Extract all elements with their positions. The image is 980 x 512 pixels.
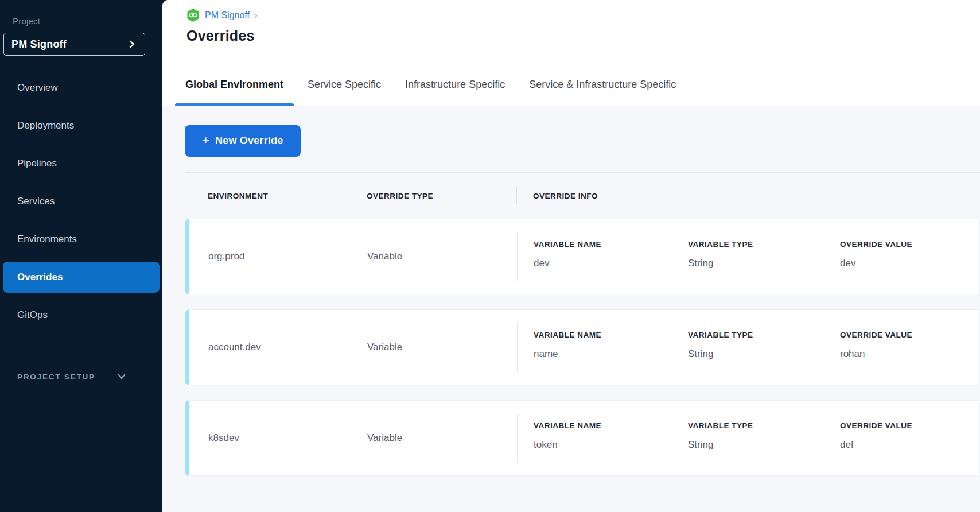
- override-value-value: rohan: [840, 348, 966, 360]
- tab-infrastructure-specific[interactable]: Infrastructure Specific: [395, 63, 515, 106]
- variable-name-value: token: [534, 439, 688, 451]
- sidebar-item-label: Services: [17, 196, 55, 207]
- overrides-list-panel: + New Override ENVIRONMENT OVERRIDE TYPE…: [162, 106, 980, 512]
- row-environment: org.prod: [208, 251, 367, 262]
- column-header-override-info: OVERRIDE INFO: [533, 192, 598, 200]
- override-value-col: OVERRIDE VALUE def: [840, 414, 966, 451]
- row-override-info: VARIABLE NAME name VARIABLE TYPE String …: [517, 323, 966, 371]
- main-content: PM Signoff › Overrides Global Environmen…: [162, 0, 980, 512]
- row-accent-bar: [185, 219, 189, 294]
- project-sidebar: Project PM Signoff Overview Deployments …: [0, 0, 162, 512]
- tab-label: Infrastructure Specific: [405, 79, 505, 91]
- sidebar-divider: [16, 352, 139, 352]
- sidebar-item-environments[interactable]: Environments: [3, 224, 160, 255]
- sidebar-item-label: Overrides: [17, 271, 63, 283]
- override-value-label: OVERRIDE VALUE: [840, 421, 966, 430]
- project-nav: Overview Deployments Pipelines Services …: [0, 72, 162, 331]
- variable-type-col: VARIABLE TYPE String: [688, 323, 840, 360]
- breadcrumb-project-link[interactable]: PM Signoff: [205, 10, 250, 21]
- tab-global-environment[interactable]: Global Environment: [175, 63, 294, 106]
- variable-name-col: VARIABLE NAME token: [534, 414, 688, 451]
- row-override-type: Variable: [367, 432, 517, 444]
- variable-type-value: String: [688, 258, 840, 269]
- column-header-override-type: OVERRIDE TYPE: [367, 192, 516, 200]
- column-header-environment: ENVIRONMENT: [208, 192, 367, 200]
- new-override-button[interactable]: + New Override: [185, 125, 301, 157]
- tab-service-infrastructure-specific[interactable]: Service & Infrastructure Specific: [519, 63, 686, 106]
- sidebar-item-overrides[interactable]: Overrides: [3, 262, 160, 293]
- project-setup-toggle[interactable]: PROJECT SETUP: [17, 371, 162, 382]
- breadcrumb-separator-icon: ›: [254, 10, 258, 20]
- sidebar-item-pipelines[interactable]: Pipelines: [3, 148, 160, 179]
- tab-service-specific[interactable]: Service Specific: [297, 63, 391, 106]
- new-override-button-label: New Override: [215, 135, 283, 147]
- variable-type-label: VARIABLE TYPE: [688, 240, 840, 249]
- row-override-type: Variable: [367, 251, 517, 262]
- override-row[interactable]: account.dev Variable VARIABLE NAME name …: [185, 309, 980, 385]
- row-accent-bar: [185, 310, 189, 385]
- tab-label: Global Environment: [185, 79, 283, 91]
- variable-name-col: VARIABLE NAME name: [534, 323, 688, 360]
- row-override-info: VARIABLE NAME dev VARIABLE TYPE String O…: [517, 232, 966, 281]
- row-override-info: VARIABLE NAME token VARIABLE TYPE String…: [517, 414, 966, 462]
- page-header: PM Signoff › Overrides: [162, 0, 980, 63]
- override-scope-tabs: Global Environment Service Specific Infr…: [162, 63, 980, 106]
- variable-type-label: VARIABLE TYPE: [688, 421, 840, 430]
- row-environment: k8sdev: [208, 432, 367, 444]
- variable-type-value: String: [688, 348, 840, 360]
- sidebar-item-label: GitOps: [17, 309, 48, 321]
- variable-name-label: VARIABLE NAME: [534, 240, 688, 249]
- tab-label: Service Specific: [308, 79, 381, 91]
- project-scope-label: Project: [13, 16, 162, 26]
- row-environment: account.dev: [208, 342, 367, 353]
- override-value-col: OVERRIDE VALUE dev: [840, 232, 966, 269]
- variable-type-col: VARIABLE TYPE String: [688, 232, 840, 269]
- variable-name-value: name: [534, 348, 688, 360]
- sidebar-item-label: Environments: [17, 234, 77, 245]
- variable-name-value: dev: [534, 258, 688, 269]
- sidebar-item-label: Overview: [17, 82, 58, 94]
- override-row[interactable]: k8sdev Variable VARIABLE NAME token VARI…: [185, 400, 980, 476]
- variable-type-value: String: [688, 439, 840, 451]
- override-value-value: dev: [840, 258, 966, 269]
- sidebar-item-overview[interactable]: Overview: [3, 72, 160, 103]
- override-value-label: OVERRIDE VALUE: [840, 240, 966, 249]
- plus-icon: +: [202, 134, 209, 147]
- sidebar-item-services[interactable]: Services: [3, 186, 160, 217]
- sidebar-item-label: Pipelines: [17, 158, 57, 169]
- variable-type-col: VARIABLE TYPE String: [688, 414, 840, 451]
- page-title: Overrides: [186, 28, 980, 44]
- sidebar-item-label: Deployments: [17, 120, 74, 131]
- variable-name-label: VARIABLE NAME: [534, 331, 688, 339]
- override-row[interactable]: org.prod Variable VARIABLE NAME dev VARI…: [185, 219, 980, 294]
- variable-type-label: VARIABLE TYPE: [688, 331, 840, 339]
- breadcrumb: PM Signoff ›: [186, 9, 980, 22]
- variable-name-label: VARIABLE NAME: [534, 421, 688, 430]
- override-value-label: OVERRIDE VALUE: [840, 331, 966, 339]
- override-value-value: def: [840, 439, 966, 451]
- row-override-type: Variable: [367, 342, 517, 353]
- column-header-override-info-wrap: OVERRIDE INFO: [516, 187, 598, 204]
- variable-name-col: VARIABLE NAME dev: [534, 232, 688, 269]
- project-selector[interactable]: PM Signoff: [3, 33, 145, 56]
- cd-module-icon: [186, 9, 200, 22]
- project-setup-label: PROJECT SETUP: [17, 373, 95, 381]
- chevron-right-icon: [127, 40, 137, 49]
- table-header: ENVIRONMENT OVERRIDE TYPE OVERRIDE INFO: [185, 173, 980, 219]
- sidebar-item-gitops[interactable]: GitOps: [3, 300, 160, 331]
- project-selector-value: PM Signoff: [11, 38, 67, 51]
- chevron-down-icon: [116, 371, 127, 382]
- tab-label: Service & Infrastructure Specific: [529, 79, 676, 91]
- override-value-col: OVERRIDE VALUE rohan: [840, 323, 966, 360]
- row-accent-bar: [185, 401, 189, 475]
- sidebar-item-deployments[interactable]: Deployments: [3, 110, 160, 141]
